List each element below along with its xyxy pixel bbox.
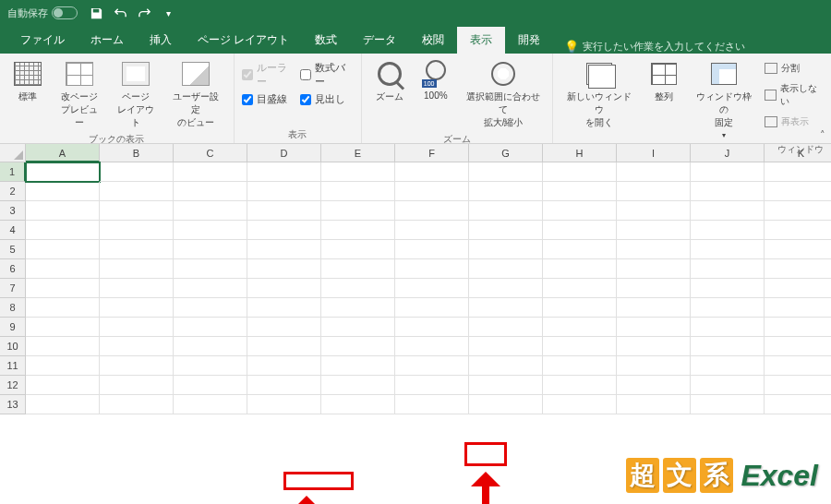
cell[interactable]: [543, 162, 617, 182]
cell[interactable]: [321, 162, 395, 182]
cell[interactable]: [543, 376, 617, 395]
row-header[interactable]: 7: [0, 279, 26, 298]
redo-icon[interactable]: [137, 6, 151, 20]
row-header[interactable]: 11: [0, 356, 26, 376]
cell[interactable]: [26, 201, 100, 221]
row-header[interactable]: 1: [0, 162, 26, 182]
cell[interactable]: [26, 395, 100, 414]
cell[interactable]: [321, 318, 395, 337]
cell[interactable]: [174, 221, 247, 240]
cell[interactable]: [174, 376, 247, 395]
zoom-100-button[interactable]: 100 100%: [416, 57, 456, 102]
row-header[interactable]: 2: [0, 182, 26, 201]
cell[interactable]: [174, 182, 247, 201]
cell[interactable]: [247, 259, 321, 279]
gridlines-check-input[interactable]: [242, 94, 253, 105]
save-icon[interactable]: [89, 6, 103, 20]
cell[interactable]: [321, 182, 395, 201]
collapse-ribbon-icon[interactable]: ˄: [820, 129, 825, 141]
cell[interactable]: [100, 395, 174, 414]
cell[interactable]: [543, 221, 617, 240]
cell[interactable]: [26, 376, 100, 395]
undo-icon[interactable]: [113, 6, 127, 20]
cell[interactable]: [321, 395, 395, 414]
cell[interactable]: [765, 337, 831, 356]
cell[interactable]: [469, 318, 543, 337]
row-header[interactable]: 5: [0, 240, 26, 259]
cell[interactable]: [395, 395, 469, 414]
cell[interactable]: [691, 356, 765, 376]
cell[interactable]: [395, 356, 469, 376]
cell[interactable]: [100, 259, 174, 279]
cell[interactable]: [765, 182, 831, 201]
cell[interactable]: [321, 279, 395, 298]
cell[interactable]: [100, 376, 174, 395]
new-window-button[interactable]: 新しいウィンドウ を開く: [560, 57, 638, 131]
cell[interactable]: [617, 201, 691, 221]
cell[interactable]: [691, 259, 765, 279]
cell[interactable]: [395, 259, 469, 279]
cell[interactable]: [395, 337, 469, 356]
row-header[interactable]: 13: [0, 395, 26, 414]
cell[interactable]: [247, 337, 321, 356]
cell[interactable]: [469, 201, 543, 221]
cell[interactable]: [395, 298, 469, 318]
cell[interactable]: [691, 279, 765, 298]
cell[interactable]: [174, 318, 247, 337]
cell[interactable]: [469, 182, 543, 201]
cell[interactable]: [469, 259, 543, 279]
cell[interactable]: [617, 221, 691, 240]
cell[interactable]: [100, 182, 174, 201]
tab-home[interactable]: ホーム: [78, 27, 137, 54]
cell[interactable]: [247, 162, 321, 182]
cell[interactable]: [543, 318, 617, 337]
cell[interactable]: [100, 298, 174, 318]
cell[interactable]: [174, 395, 247, 414]
cell[interactable]: [469, 395, 543, 414]
cell[interactable]: [765, 240, 831, 259]
column-header[interactable]: B: [100, 144, 174, 162]
cell[interactable]: [26, 259, 100, 279]
cell[interactable]: [765, 318, 831, 337]
formula-bar-check-input[interactable]: [300, 69, 311, 80]
cell[interactable]: [543, 201, 617, 221]
cell[interactable]: [26, 240, 100, 259]
cell[interactable]: [321, 259, 395, 279]
cell[interactable]: [691, 182, 765, 201]
cell[interactable]: [395, 318, 469, 337]
tab-file[interactable]: ファイル: [7, 27, 78, 54]
cell[interactable]: [691, 221, 765, 240]
cell[interactable]: [174, 201, 247, 221]
gridlines-checkbox[interactable]: 目盛線: [242, 92, 295, 106]
column-header[interactable]: A: [26, 144, 100, 162]
cell[interactable]: [26, 279, 100, 298]
row-header[interactable]: 10: [0, 337, 26, 356]
cell[interactable]: [26, 182, 100, 201]
cell[interactable]: [321, 201, 395, 221]
cell[interactable]: [174, 162, 247, 182]
row-header[interactable]: 4: [0, 221, 26, 240]
cell[interactable]: [100, 279, 174, 298]
column-header[interactable]: E: [321, 144, 395, 162]
cell[interactable]: [617, 182, 691, 201]
formula-bar-checkbox[interactable]: 数式バー: [300, 61, 354, 89]
cell[interactable]: [469, 337, 543, 356]
cell[interactable]: [469, 240, 543, 259]
cell[interactable]: [617, 298, 691, 318]
cell[interactable]: [765, 395, 831, 414]
cell[interactable]: [247, 182, 321, 201]
cell[interactable]: [395, 162, 469, 182]
cell[interactable]: [247, 298, 321, 318]
cell[interactable]: [469, 376, 543, 395]
cell[interactable]: [617, 279, 691, 298]
page-layout-button[interactable]: ページ レイアウト: [110, 57, 161, 131]
cell[interactable]: [469, 221, 543, 240]
headings-check-input[interactable]: [300, 94, 311, 105]
cell[interactable]: [543, 279, 617, 298]
cell[interactable]: [395, 221, 469, 240]
cell[interactable]: [395, 376, 469, 395]
tab-page-layout[interactable]: ページ レイアウト: [185, 27, 302, 54]
cell[interactable]: [100, 162, 174, 182]
cell[interactable]: [26, 318, 100, 337]
cell[interactable]: [543, 337, 617, 356]
